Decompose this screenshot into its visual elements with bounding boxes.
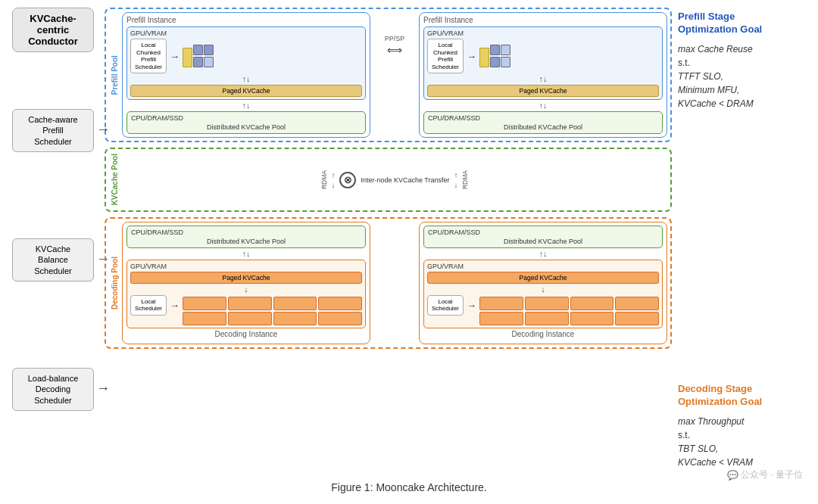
updown-3: ↑↓ bbox=[427, 75, 659, 83]
decode-arrow-1: → bbox=[170, 300, 180, 311]
scheduler-label-1: Cache-aware Prefill Scheduler bbox=[28, 115, 77, 146]
decode-cpu-block-1: CPU/DRAM/SSD Distributed KVCache Pool bbox=[126, 226, 366, 248]
local-sched-1: Local Scheduler bbox=[130, 295, 167, 316]
dc6 bbox=[228, 312, 272, 325]
prefill-instances: Prefill Instance GPU/VRAM Local Chunked … bbox=[122, 12, 667, 138]
dc3 bbox=[273, 297, 317, 310]
prefill-inst-1-title: Prefill Instance bbox=[126, 16, 366, 24]
decode-cpu-block-2: CPU/DRAM/SSD Distributed KVCache Pool bbox=[423, 226, 663, 248]
arrow-right-1: → bbox=[170, 51, 180, 62]
conductor-label: KVCache-centric Conductor bbox=[28, 13, 78, 47]
diagram-area: Prefill Pool Prefill Instance GPU/VRAM L… bbox=[105, 8, 672, 477]
dc9 bbox=[479, 297, 523, 310]
rdma-label-right-up: RDMA bbox=[461, 170, 469, 189]
conductor-title: KVCache-centric Conductor bbox=[12, 8, 94, 52]
kv-blk-y-2 bbox=[479, 48, 489, 67]
updown-dec-2: ↑↓ bbox=[423, 250, 663, 258]
rdma-circle: ⊗ bbox=[339, 172, 356, 188]
ppsp-connector: PP/SP ⟺ bbox=[375, 12, 414, 138]
decoding-opt-text: max Throughput s.t. TBT SLO, KVCache < V… bbox=[678, 415, 810, 469]
decode-gpu-label-2: GPU/VRAM bbox=[427, 263, 659, 270]
scheduler-item-2: KVCache Balance Scheduler → bbox=[12, 238, 94, 282]
prefill-opt-text: max Cache Reuse s.t. TTFT SLO, Minimum M… bbox=[678, 42, 810, 110]
local-sched-2: Local Scheduler bbox=[427, 295, 464, 316]
prefill-instance-1: Prefill Instance GPU/VRAM Local Chunked … bbox=[122, 12, 370, 138]
dc16 bbox=[615, 312, 659, 325]
caption: Figure 1: Mooncake Architecture. bbox=[0, 477, 818, 496]
watermark-text: 公众号 · 量子位 bbox=[741, 468, 803, 481]
prefill-gpu-label-2: GPU/VRAM bbox=[427, 30, 659, 37]
ppsp-label: PP/SP bbox=[385, 35, 405, 42]
kvcache-pool: KVCache Pool RDMA ↑ ↓ ⊗ Inter-node KVCac… bbox=[105, 148, 672, 211]
prefill-cpu-block-2: CPU/DRAM/SSD Distributed KVCache Pool bbox=[423, 111, 663, 134]
kv-blk-l2 bbox=[501, 45, 510, 55]
dc12 bbox=[615, 297, 659, 310]
arrow-right-2: → bbox=[467, 51, 476, 62]
decode-mid-connector bbox=[375, 222, 414, 344]
kv-blk-l3 bbox=[501, 57, 510, 67]
dn-arr: ↓ bbox=[331, 181, 335, 189]
up-arr2: ↑ bbox=[454, 171, 458, 179]
prefill-pool-label: Prefill Pool bbox=[109, 12, 120, 138]
decoding-instance-2: CPU/DRAM/SSD Distributed KVCache Pool ↑↓… bbox=[419, 222, 667, 344]
decoding-opt-title: Decoding StageOptimization Goal bbox=[678, 383, 810, 409]
decode-blocks-1 bbox=[183, 297, 362, 325]
prefill-cpu-label-1: CPU/DRAM/SSD bbox=[131, 114, 361, 122]
decode-cpu-label-1: CPU/DRAM/SSD bbox=[131, 229, 361, 236]
decode-dist-label-1: Distributed KVCache Pool bbox=[131, 238, 361, 245]
dc11 bbox=[570, 297, 614, 310]
updown-dec-1: ↑↓ bbox=[126, 250, 366, 258]
chunked-prefill-sched-1: Local Chunked Prefill Scheduler bbox=[130, 39, 167, 73]
prefill-gpu-block-1: GPU/VRAM Local Chunked Prefill Scheduler… bbox=[126, 26, 366, 100]
prefill-cpu-label-2: CPU/DRAM/SSD bbox=[428, 114, 658, 122]
internode-label: Inter-node KVCache Transfer bbox=[361, 176, 449, 184]
decode-inst-1-title: Decoding Instance bbox=[126, 330, 366, 338]
decode-gpu-block-1: GPU/VRAM Paged KVCache ↓ Local Scheduler… bbox=[126, 260, 366, 328]
decode-paged-2: Paged KVCache bbox=[427, 272, 659, 284]
decoding-opt-goal: Decoding StageOptimization Goal max Thro… bbox=[678, 353, 810, 477]
updown-cpu-1: ↑↓ bbox=[126, 101, 366, 110]
prefill-opt-goal: Prefill StageOptimization Goal max Cache… bbox=[678, 11, 810, 110]
kv-blk-b3 bbox=[204, 45, 214, 55]
decode-dist-label-2: Distributed KVCache Pool bbox=[428, 238, 658, 245]
updown-1: ↑↓ bbox=[130, 75, 362, 83]
chunked-prefill-sched-2: Local Chunked Prefill Scheduler bbox=[427, 39, 464, 73]
prefill-pool: Prefill Pool Prefill Instance GPU/VRAM L… bbox=[105, 8, 672, 142]
ppsp-arrow: ⟺ bbox=[387, 44, 402, 56]
kv-blk-b2 bbox=[193, 57, 203, 67]
paged-kvcache-2: Paged KVCache bbox=[427, 85, 659, 97]
kv-blk-l1 bbox=[204, 57, 214, 67]
watermark: 💬 公众号 · 量子位 bbox=[727, 468, 803, 481]
watermark-icon: 💬 bbox=[727, 470, 738, 481]
kv-blk-b4 bbox=[490, 45, 500, 55]
rdma-label-left-up: RDMA bbox=[320, 170, 328, 189]
paged-kvcache-1: Paged KVCache bbox=[130, 85, 362, 97]
dc2 bbox=[228, 297, 272, 310]
decode-blocks-2 bbox=[479, 297, 659, 325]
scheduler-label-3: Load-balance Decoding Scheduler bbox=[28, 374, 79, 405]
prefill-dist-label-2: Distributed KVCache Pool bbox=[428, 123, 658, 131]
dc8 bbox=[318, 312, 362, 325]
decoding-instances: CPU/DRAM/SSD Distributed KVCache Pool ↑↓… bbox=[122, 222, 667, 344]
dc7 bbox=[273, 312, 317, 325]
updown-dec-gpu-2: ↓ bbox=[427, 285, 659, 294]
prefill-gpu-label-1: GPU/VRAM bbox=[130, 30, 362, 37]
kv-blk-b5 bbox=[490, 57, 500, 67]
kv-blk-y-1 bbox=[183, 48, 192, 67]
main-container: KVCache-centric Conductor Cache-aware Pr… bbox=[0, 0, 818, 477]
dc10 bbox=[525, 297, 569, 310]
prefill-inst-2-title: Prefill Instance bbox=[423, 16, 663, 24]
decoding-pool-label: Decoding Pool bbox=[109, 222, 120, 344]
scheduler-label-2: KVCache Balance Scheduler bbox=[34, 244, 72, 275]
decoding-instance-1: CPU/DRAM/SSD Distributed KVCache Pool ↑↓… bbox=[122, 222, 370, 344]
right-panel: Prefill StageOptimization Goal max Cache… bbox=[678, 8, 810, 477]
decode-inst-2-title: Decoding Instance bbox=[423, 330, 663, 338]
prefill-opt-title: Prefill StageOptimization Goal bbox=[678, 11, 810, 36]
updown-dec-gpu-1: ↓ bbox=[130, 285, 362, 294]
up-arr: ↑ bbox=[331, 171, 335, 179]
dc5 bbox=[183, 312, 226, 325]
prefill-cpu-block-1: CPU/DRAM/SSD Distributed KVCache Pool bbox=[126, 111, 366, 134]
kv-blocks-2 bbox=[479, 45, 510, 67]
left-panel: KVCache-centric Conductor Cache-aware Pr… bbox=[8, 8, 98, 477]
dc15 bbox=[570, 312, 614, 325]
